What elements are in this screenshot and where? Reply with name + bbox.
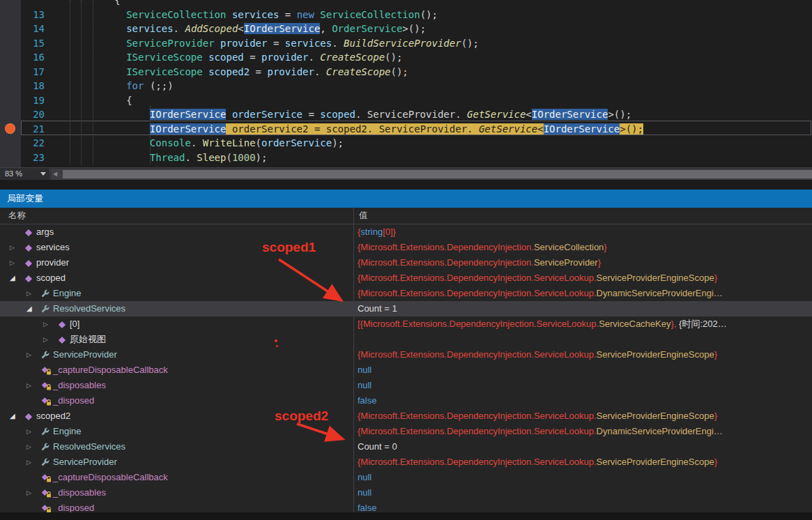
locals-row-ResolvedServices[interactable]: ▷ResolvedServicesCount = 0	[0, 439, 812, 454]
column-header-name[interactable]: 名称	[8, 208, 26, 224]
locals-row-Engine[interactable]: ▷Engine{Microsoft.Extensions.DependencyI…	[0, 424, 812, 439]
scrollbar-thumb[interactable]	[63, 170, 812, 178]
locals-row-_captureDisposableCallback[interactable]: _captureDisposableCallbacknull	[0, 362, 812, 378]
column-header-value[interactable]: 值	[359, 208, 368, 224]
horizontal-scrollbar[interactable]: ◀	[51, 169, 812, 180]
locals-title-label: 局部变量	[7, 193, 43, 204]
expand-toggle-icon[interactable]: ▷	[26, 347, 38, 362]
locals-row-_disposed[interactable]: _disposedfalse	[0, 393, 812, 408]
variable-icon	[57, 335, 69, 345]
collapse-toggle-icon[interactable]: ◢	[10, 270, 21, 286]
variable-value: null	[354, 362, 812, 378]
variable-name: Engine	[53, 424, 81, 439]
locals-grid-header: 名称 值	[0, 208, 812, 224]
variable-name: services	[36, 240, 70, 255]
locals-row-_captureDisposableCallback[interactable]: _captureDisposableCallbacknull	[0, 470, 812, 485]
variable-value: {string[0]}	[354, 224, 812, 240]
variable-icon	[24, 227, 36, 238]
variable-value: {Microsoft.Extensions.DependencyInjectio…	[354, 408, 812, 424]
private-field-lock-icon	[40, 381, 52, 391]
pane-divider[interactable]	[0, 180, 812, 190]
locals-row-[0][interactable]: ▷[0][{Microsoft.Extensions.DependencyInj…	[0, 316, 812, 332]
variable-value: null	[354, 378, 812, 393]
code-line-18[interactable]: 18 for (;;)	[0, 79, 812, 93]
scroll-left-icon[interactable]: ◀	[53, 169, 57, 180]
variable-value: {Microsoft.Extensions.DependencyInjectio…	[354, 286, 812, 301]
variable-icon	[24, 258, 36, 268]
variable-value: null	[354, 485, 812, 500]
property-wrench-icon	[40, 457, 52, 468]
code-line-19[interactable]: 19 {	[0, 93, 812, 108]
variable-icon	[24, 273, 36, 284]
locals-row-ServiceProvider[interactable]: ▷ServiceProvider{Microsoft.Extensions.De…	[0, 454, 812, 470]
collapse-toggle-icon[interactable]: ◢	[26, 301, 38, 316]
expand-toggle-icon[interactable]: ▷	[26, 286, 38, 301]
expand-toggle-icon[interactable]: ▷	[43, 316, 54, 332]
expand-toggle-icon[interactable]: ▷	[26, 439, 38, 454]
locals-row-scoped2[interactable]: ◢scoped2{Microsoft.Extensions.Dependency…	[0, 408, 812, 424]
window-bottom-edge	[0, 512, 812, 520]
line-number: 23	[21, 151, 45, 165]
code-line-21[interactable]: 21 IOrderService orderService2 = scoped2…	[0, 122, 812, 137]
breakpoint-icon[interactable]	[5, 123, 15, 134]
property-wrench-icon	[40, 304, 52, 314]
private-field-lock-icon	[40, 488, 52, 498]
locals-row-_disposables[interactable]: ▷_disposablesnull	[0, 485, 812, 500]
variable-value	[354, 332, 812, 347]
expand-toggle-icon[interactable]: ▷	[26, 424, 38, 439]
locals-row-services[interactable]: ▷services{Microsoft.Extensions.Dependenc…	[0, 240, 812, 255]
line-number: 19	[21, 93, 45, 108]
variable-value: {Microsoft.Extensions.DependencyInjectio…	[354, 347, 812, 362]
locals-row-原始视图[interactable]: ▷原始视图	[0, 332, 812, 347]
code-line-partial[interactable]: {	[0, 0, 812, 8]
code-editor[interactable]: {13 ServiceCollection services = new Ser…	[0, 0, 812, 167]
locals-row-ResolvedServices[interactable]: ◢ResolvedServicesCount = 1	[0, 301, 812, 316]
code-line-13[interactable]: 13 ServiceCollection services = new Serv…	[0, 8, 812, 22]
code-line-20[interactable]: 20 IOrderService orderService = scoped. …	[0, 107, 812, 122]
expand-toggle-icon[interactable]: ▷	[43, 332, 54, 347]
code-line-17[interactable]: 17 IServiceScope scoped2 = provider. Cre…	[0, 65, 812, 79]
expand-toggle-icon[interactable]: ▷	[10, 255, 21, 270]
private-field-lock-icon	[40, 473, 52, 483]
locals-row-provider[interactable]: ▷provider{Microsoft.Extensions.Dependenc…	[0, 255, 812, 270]
variable-icon	[24, 243, 36, 253]
variable-name: ServiceProvider	[53, 454, 117, 470]
code-line-23[interactable]: 23 Thread. Sleep(1000);	[0, 151, 812, 165]
expand-toggle-icon[interactable]: ▷	[26, 454, 38, 470]
locals-panel: 局部变量 名称 值 args{string[0]}▷services{Micro…	[0, 190, 812, 520]
variable-name: provider	[36, 255, 69, 270]
private-field-lock-icon	[40, 396, 52, 406]
line-number: 14	[21, 22, 45, 36]
locals-row-ServiceProvider[interactable]: ▷ServiceProvider{Microsoft.Extensions.De…	[0, 347, 812, 362]
locals-row-scoped[interactable]: ◢scoped{Microsoft.Extensions.DependencyI…	[0, 270, 812, 286]
locals-row-Engine[interactable]: ▷Engine{Microsoft.Extensions.DependencyI…	[0, 286, 812, 301]
variable-name: Engine	[53, 286, 81, 301]
expand-toggle-icon[interactable]: ▷	[26, 378, 38, 393]
locals-titlebar[interactable]: 局部变量	[0, 190, 812, 208]
variable-name: 原始视图	[70, 332, 106, 347]
code-line-22[interactable]: 22 Console. WriteLine(orderService);	[0, 136, 812, 151]
collapse-toggle-icon[interactable]: ◢	[10, 408, 21, 424]
locals-row-args[interactable]: args{string[0]}	[0, 224, 812, 240]
variable-value: {Microsoft.Extensions.DependencyInjectio…	[354, 424, 812, 439]
line-number: 15	[21, 36, 45, 51]
variable-value: null	[354, 470, 812, 485]
line-number: 16	[21, 50, 45, 65]
line-number: 21	[21, 122, 45, 137]
code-line-14[interactable]: 14 services. AddScoped<IOrderService, Or…	[0, 22, 812, 36]
variable-value: false	[354, 393, 812, 408]
code-line-16[interactable]: 16 IServiceScope scoped = provider. Crea…	[0, 50, 812, 65]
line-number: 18	[21, 79, 45, 93]
variable-value: {Microsoft.Extensions.DependencyInjectio…	[354, 255, 812, 270]
chevron-down-icon	[40, 172, 46, 176]
zoom-dropdown[interactable]: 83 %	[0, 168, 50, 180]
locals-row-_disposables[interactable]: ▷_disposablesnull	[0, 378, 812, 393]
expand-toggle-icon[interactable]: ▷	[26, 485, 38, 500]
code-line-15[interactable]: 15 ServiceProvider provider = services. …	[0, 36, 812, 51]
variable-value: {Microsoft.Extensions.DependencyInjectio…	[354, 240, 812, 255]
property-wrench-icon	[40, 289, 52, 299]
variable-name: ResolvedServices	[53, 301, 125, 316]
variable-name: [0]	[70, 316, 79, 332]
variable-value: Count = 1	[354, 301, 812, 316]
expand-toggle-icon[interactable]: ▷	[10, 240, 21, 255]
